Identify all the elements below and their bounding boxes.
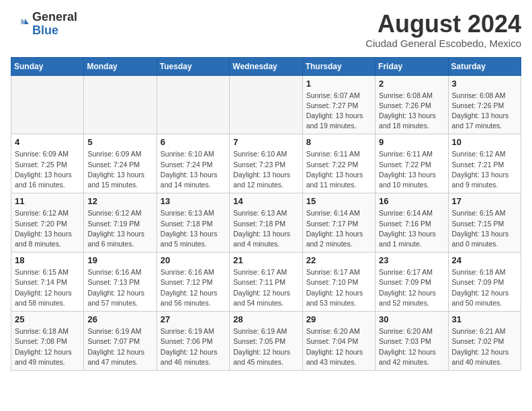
- day-number: 14: [233, 196, 298, 206]
- calendar-week-1: 1Sunrise: 6:07 AMSunset: 7:27 PMDaylight…: [11, 75, 521, 134]
- logo: General Blue: [11, 11, 77, 38]
- calendar-cell: 2Sunrise: 6:08 AMSunset: 7:26 PMDaylight…: [375, 75, 448, 134]
- calendar-cell: 9Sunrise: 6:11 AMSunset: 7:22 PMDaylight…: [375, 134, 448, 193]
- day-info: Sunrise: 6:20 AMSunset: 7:03 PMDaylight:…: [379, 326, 444, 367]
- calendar-cell: 10Sunrise: 6:12 AMSunset: 7:21 PMDayligh…: [448, 134, 521, 193]
- day-number: 3: [452, 79, 517, 89]
- day-info: Sunrise: 6:12 AMSunset: 7:21 PMDaylight:…: [452, 149, 517, 190]
- calendar-cell: 16Sunrise: 6:14 AMSunset: 7:16 PMDayligh…: [375, 193, 448, 253]
- day-info: Sunrise: 6:10 AMSunset: 7:23 PMDaylight:…: [233, 149, 298, 190]
- logo-general-text: General: [32, 11, 77, 24]
- calendar-cell: [230, 75, 302, 134]
- day-info: Sunrise: 6:18 AMSunset: 7:09 PMDaylight:…: [452, 267, 517, 308]
- calendar-cell: 28Sunrise: 6:19 AMSunset: 7:05 PMDayligh…: [230, 312, 302, 371]
- calendar-cell: 17Sunrise: 6:15 AMSunset: 7:15 PMDayligh…: [448, 193, 521, 253]
- calendar-cell: 27Sunrise: 6:19 AMSunset: 7:06 PMDayligh…: [157, 312, 229, 371]
- calendar-cell: 22Sunrise: 6:17 AMSunset: 7:10 PMDayligh…: [302, 253, 375, 312]
- day-info: Sunrise: 6:16 AMSunset: 7:13 PMDaylight:…: [87, 267, 152, 308]
- day-number: 24: [452, 255, 517, 265]
- calendar-cell: 6Sunrise: 6:10 AMSunset: 7:24 PMDaylight…: [157, 134, 229, 193]
- calendar-cell: 4Sunrise: 6:09 AMSunset: 7:25 PMDaylight…: [11, 134, 84, 193]
- day-number: 20: [161, 255, 226, 265]
- day-number: 18: [15, 255, 80, 265]
- day-info: Sunrise: 6:07 AMSunset: 7:27 PMDaylight:…: [306, 91, 371, 132]
- calendar-cell: 11Sunrise: 6:12 AMSunset: 7:20 PMDayligh…: [11, 193, 84, 253]
- day-info: Sunrise: 6:17 AMSunset: 7:11 PMDaylight:…: [233, 267, 298, 308]
- day-info: Sunrise: 6:21 AMSunset: 7:02 PMDaylight:…: [452, 326, 517, 367]
- calendar-week-5: 25Sunrise: 6:18 AMSunset: 7:08 PMDayligh…: [11, 312, 521, 371]
- day-info: Sunrise: 6:13 AMSunset: 7:18 PMDaylight:…: [233, 208, 298, 249]
- day-number: 22: [306, 255, 371, 265]
- day-header-monday: Monday: [84, 57, 157, 75]
- calendar-cell: 3Sunrise: 6:08 AMSunset: 7:26 PMDaylight…: [448, 75, 521, 134]
- day-info: Sunrise: 6:14 AMSunset: 7:16 PMDaylight:…: [379, 208, 444, 249]
- day-info: Sunrise: 6:15 AMSunset: 7:14 PMDaylight:…: [15, 267, 80, 308]
- calendar-cell: 7Sunrise: 6:10 AMSunset: 7:23 PMDaylight…: [230, 134, 302, 193]
- day-info: Sunrise: 6:09 AMSunset: 7:24 PMDaylight:…: [87, 149, 152, 190]
- calendar-cell: 15Sunrise: 6:14 AMSunset: 7:17 PMDayligh…: [302, 193, 375, 253]
- day-headers: SundayMondayTuesdayWednesdayThursdayFrid…: [11, 57, 521, 75]
- calendar-week-3: 11Sunrise: 6:12 AMSunset: 7:20 PMDayligh…: [11, 193, 521, 253]
- day-header-friday: Friday: [375, 57, 448, 75]
- calendar-header-row: SundayMondayTuesdayWednesdayThursdayFrid…: [11, 57, 521, 75]
- calendar-cell: 12Sunrise: 6:12 AMSunset: 7:19 PMDayligh…: [84, 193, 157, 253]
- calendar-cell: 18Sunrise: 6:15 AMSunset: 7:14 PMDayligh…: [11, 253, 84, 312]
- day-number: 1: [306, 79, 371, 89]
- day-number: 28: [233, 314, 298, 324]
- calendar-cell: 5Sunrise: 6:09 AMSunset: 7:24 PMDaylight…: [84, 134, 157, 193]
- day-info: Sunrise: 6:12 AMSunset: 7:20 PMDaylight:…: [15, 208, 80, 249]
- day-number: 27: [161, 314, 226, 324]
- day-number: 11: [15, 196, 80, 206]
- day-info: Sunrise: 6:17 AMSunset: 7:10 PMDaylight:…: [306, 267, 371, 308]
- calendar-cell: [84, 75, 157, 134]
- calendar-cell: 30Sunrise: 6:20 AMSunset: 7:03 PMDayligh…: [375, 312, 448, 371]
- day-number: 2: [379, 79, 444, 89]
- day-info: Sunrise: 6:17 AMSunset: 7:09 PMDaylight:…: [379, 267, 444, 308]
- calendar-cell: 20Sunrise: 6:16 AMSunset: 7:12 PMDayligh…: [157, 253, 229, 312]
- day-header-wednesday: Wednesday: [230, 57, 302, 75]
- day-info: Sunrise: 6:11 AMSunset: 7:22 PMDaylight:…: [306, 149, 371, 190]
- day-number: 17: [452, 196, 517, 206]
- calendar-cell: 26Sunrise: 6:19 AMSunset: 7:07 PMDayligh…: [84, 312, 157, 371]
- calendar-week-2: 4Sunrise: 6:09 AMSunset: 7:25 PMDaylight…: [11, 134, 521, 193]
- day-number: 31: [452, 314, 517, 324]
- day-number: 13: [161, 196, 226, 206]
- day-number: 5: [87, 137, 152, 147]
- calendar-cell: 31Sunrise: 6:21 AMSunset: 7:02 PMDayligh…: [448, 312, 521, 371]
- calendar-cell: 23Sunrise: 6:17 AMSunset: 7:09 PMDayligh…: [375, 253, 448, 312]
- day-info: Sunrise: 6:13 AMSunset: 7:18 PMDaylight:…: [161, 208, 226, 249]
- day-number: 4: [15, 137, 80, 147]
- calendar-cell: 25Sunrise: 6:18 AMSunset: 7:08 PMDayligh…: [11, 312, 84, 371]
- day-number: 21: [233, 255, 298, 265]
- day-info: Sunrise: 6:12 AMSunset: 7:19 PMDaylight:…: [87, 208, 152, 249]
- calendar-cell: 29Sunrise: 6:20 AMSunset: 7:04 PMDayligh…: [302, 312, 375, 371]
- month-year-title: August 2024: [365, 11, 521, 38]
- day-header-tuesday: Tuesday: [157, 57, 229, 75]
- day-number: 6: [161, 137, 226, 147]
- day-header-saturday: Saturday: [448, 57, 521, 75]
- day-info: Sunrise: 6:16 AMSunset: 7:12 PMDaylight:…: [161, 267, 226, 308]
- calendar-cell: 1Sunrise: 6:07 AMSunset: 7:27 PMDaylight…: [302, 75, 375, 134]
- day-number: 16: [379, 196, 444, 206]
- day-info: Sunrise: 6:15 AMSunset: 7:15 PMDaylight:…: [452, 208, 517, 249]
- calendar-cell: 8Sunrise: 6:11 AMSunset: 7:22 PMDaylight…: [302, 134, 375, 193]
- calendar-cell: 21Sunrise: 6:17 AMSunset: 7:11 PMDayligh…: [230, 253, 302, 312]
- logo-icon: [11, 15, 30, 34]
- day-header-thursday: Thursday: [302, 57, 375, 75]
- day-number: 29: [306, 314, 371, 324]
- calendar-cell: [157, 75, 229, 134]
- day-number: 25: [15, 314, 80, 324]
- logo-blue-text: Blue: [32, 24, 77, 38]
- day-number: 15: [306, 196, 371, 206]
- day-info: Sunrise: 6:08 AMSunset: 7:26 PMDaylight:…: [452, 91, 517, 132]
- day-number: 26: [87, 314, 152, 324]
- day-info: Sunrise: 6:08 AMSunset: 7:26 PMDaylight:…: [379, 91, 444, 132]
- day-number: 23: [379, 255, 444, 265]
- day-info: Sunrise: 6:19 AMSunset: 7:06 PMDaylight:…: [161, 326, 226, 367]
- title-area: August 2024 Ciudad General Escobedo, Mex…: [365, 11, 521, 49]
- day-info: Sunrise: 6:19 AMSunset: 7:07 PMDaylight:…: [87, 326, 152, 367]
- location-subtitle: Ciudad General Escobedo, Mexico: [365, 38, 521, 49]
- day-info: Sunrise: 6:10 AMSunset: 7:24 PMDaylight:…: [161, 149, 226, 190]
- calendar-body: 1Sunrise: 6:07 AMSunset: 7:27 PMDaylight…: [11, 75, 521, 370]
- day-number: 30: [379, 314, 444, 324]
